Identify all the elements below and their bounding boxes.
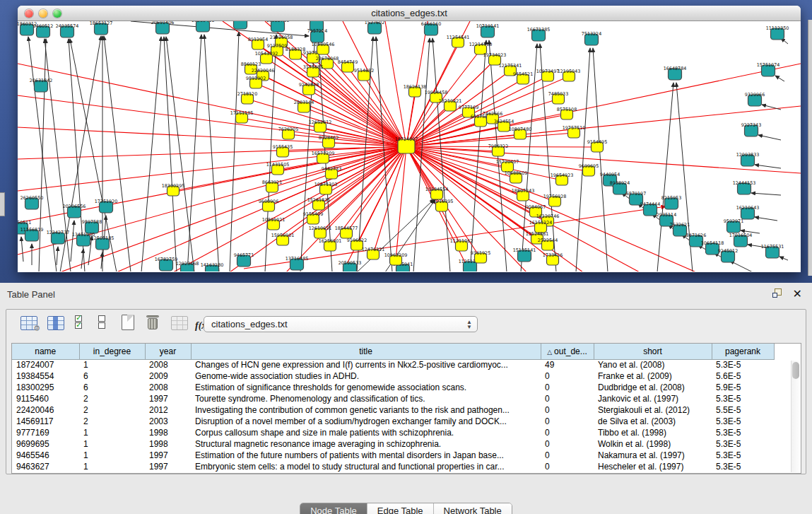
graph-node[interactable]: 18653127: [90, 21, 113, 35]
show-columns-button[interactable]: [47, 316, 64, 330]
graph-node[interactable]: 20691406: [151, 21, 175, 34]
column-header-short[interactable]: short: [594, 344, 712, 359]
graph-node[interactable]: 16256901: [319, 238, 342, 251]
graph-node[interactable]: 12610651: [309, 226, 332, 238]
graph-node[interactable]: 17151185: [230, 110, 254, 123]
table-row[interactable]: 1830029562008Estimation of significance …: [12, 382, 774, 393]
column-header-name[interactable]: name: [12, 344, 79, 359]
graph-node[interactable]: 7957224: [307, 28, 327, 42]
graph-node[interactable]: 10688609: [505, 170, 528, 183]
column-header-out_de[interactable]: △out_de...: [541, 344, 594, 359]
graph-node[interactable]: 16216395: [430, 199, 454, 211]
table-row[interactable]: 1938455462009Genome-wide association stu…: [12, 370, 774, 382]
graph-node[interactable]: 10807480: [509, 127, 532, 139]
graph-node[interactable]: 11675531: [761, 244, 784, 258]
network-canvas[interactable]: 1860312946051224035574186531272069140619…: [18, 21, 801, 271]
graph-node[interactable]: 18626138: [404, 84, 427, 97]
table-row[interactable]: 977716911998Corpus callosum shape and si…: [12, 427, 774, 438]
graph-node[interactable]: 19757510: [563, 125, 586, 138]
graph-node[interactable]: 9242848: [299, 82, 319, 95]
graph-node[interactable]: 9227343: [741, 122, 761, 136]
table-row[interactable]: 969969511998Structural magnetic resonanc…: [12, 438, 774, 450]
graph-node[interactable]: 16648784: [664, 66, 687, 80]
graph-node[interactable]: 20590533: [339, 260, 362, 271]
table-select-dropdown[interactable]: citations_edges.txt ▲▼: [204, 316, 478, 332]
table-scrollbar-thumb[interactable]: [792, 362, 799, 379]
graph-node[interactable]: 11311062: [450, 238, 473, 251]
column-header-pagerank[interactable]: pagerank: [712, 344, 774, 359]
graph-node[interactable]: 14163280: [201, 262, 224, 271]
table-row[interactable]: 1456911722003Disruption of a novel membe…: [12, 416, 774, 427]
graph-node[interactable]: 9699695: [579, 163, 599, 176]
table-row[interactable]: 1872400712008Changes of HCN gene express…: [12, 359, 774, 370]
graph-node[interactable]: 12476321: [362, 247, 385, 259]
graph-node[interactable]: 15922710: [266, 21, 290, 32]
graph-node[interactable]: 12195043: [558, 69, 581, 81]
graph-node[interactable]: 10973497: [536, 69, 560, 81]
graph-node[interactable]: 9245012: [718, 248, 738, 262]
table-row[interactable]: 946362711997Embryonic stem cells: a mode…: [12, 461, 774, 472]
graph-node[interactable]: 11254541: [447, 35, 470, 47]
graph-node[interactable]: 7986322: [488, 144, 508, 156]
table-scrollbar[interactable]: [791, 361, 800, 472]
graph-node[interactable]: 8575108: [557, 107, 577, 119]
graph-node[interactable]: 9592971: [724, 218, 743, 233]
graph-node[interactable]: 9154495: [587, 139, 607, 152]
graph-node[interactable]: 9454521: [513, 71, 533, 84]
table-row[interactable]: 911546021997Tourette syndrome. Phenomeno…: [12, 393, 774, 404]
tab-node-table[interactable]: Node Table: [300, 503, 367, 514]
network-window[interactable]: citations_edges.txt 18603129460512240355…: [18, 6, 801, 272]
graph-node[interactable]: 7626205: [278, 127, 298, 139]
graph-node[interactable]: 1733426: [543, 252, 563, 265]
graph-node[interactable]: 16782759: [155, 257, 178, 271]
graph-node[interactable]: 15751074: [757, 62, 780, 76]
graph-node[interactable]: 7513224: [582, 31, 601, 45]
column-settings-button[interactable]: ⚙: [20, 316, 37, 330]
select-all-button[interactable]: [75, 315, 82, 329]
graph-node[interactable]: 10719141: [476, 23, 500, 37]
graph-node[interactable]: 6466160: [421, 21, 441, 35]
graph-node[interactable]: 9460512: [33, 23, 53, 37]
table-row[interactable]: 2242004622012Investigating the contribut…: [12, 404, 774, 416]
graph-node[interactable]: 9462733: [322, 166, 341, 179]
column-header-in_degree[interactable]: in_degree: [79, 344, 145, 359]
graph-node[interactable]: 11112350: [766, 25, 789, 40]
graph-node[interactable]: 15956901: [271, 233, 295, 245]
float-panel-icon[interactable]: [772, 288, 783, 299]
close-panel-icon[interactable]: ✕: [793, 289, 802, 299]
graph-node[interactable]: 13716485: [286, 256, 309, 270]
deselect-all-button[interactable]: [98, 315, 105, 329]
graph-node[interactable]: 2718120: [237, 91, 257, 104]
delete-column-button[interactable]: [146, 315, 159, 330]
graph-node[interactable]: 20631842: [30, 78, 53, 92]
graph-node[interactable]: 12923468: [176, 261, 199, 271]
graph-node[interactable]: 18724007: [395, 136, 418, 153]
graph-node[interactable]: 7485033: [548, 91, 568, 104]
tab-edge-table[interactable]: Edge Table: [367, 503, 433, 514]
graph-node[interactable]: 18544577: [335, 226, 358, 238]
graph-node[interactable]: 12444153: [733, 180, 756, 194]
graph-node[interactable]: 12093833: [736, 152, 760, 166]
graph-node[interactable]: 8912954: [248, 37, 268, 49]
graph-node[interactable]: 24035574: [56, 23, 79, 37]
graph-node[interactable]: 9514682: [354, 68, 374, 81]
graph-node[interactable]: 15135141: [513, 247, 536, 262]
graph-node[interactable]: 19756928: [543, 194, 567, 206]
graph-node[interactable]: 9897588: [82, 219, 102, 233]
graph-node[interactable]: 16671385: [527, 27, 551, 41]
graph-node[interactable]: 10891021: [262, 217, 286, 230]
graph-node[interactable]: 1527602: [365, 21, 384, 34]
table-row[interactable]: 946554611997Estimation of the future num…: [12, 450, 774, 461]
graph-node[interactable]: 9465771: [234, 252, 254, 267]
column-header-year[interactable]: year: [145, 344, 191, 359]
graph-node[interactable]: 9329966: [745, 92, 765, 106]
network-window-titlebar[interactable]: citations_edges.txt: [18, 6, 801, 21]
graph-node[interactable]: 8215953: [661, 195, 681, 209]
graph-node[interactable]: 8928462: [319, 135, 339, 148]
tab-network-table[interactable]: Network Table: [433, 503, 512, 514]
graph-node[interactable]: 26260550: [20, 195, 44, 209]
graph-node[interactable]: 10871303: [314, 182, 338, 194]
column-header-title[interactable]: title: [191, 344, 541, 359]
new-column-button[interactable]: [122, 315, 134, 330]
graph-node[interactable]: 18807243: [512, 188, 535, 201]
